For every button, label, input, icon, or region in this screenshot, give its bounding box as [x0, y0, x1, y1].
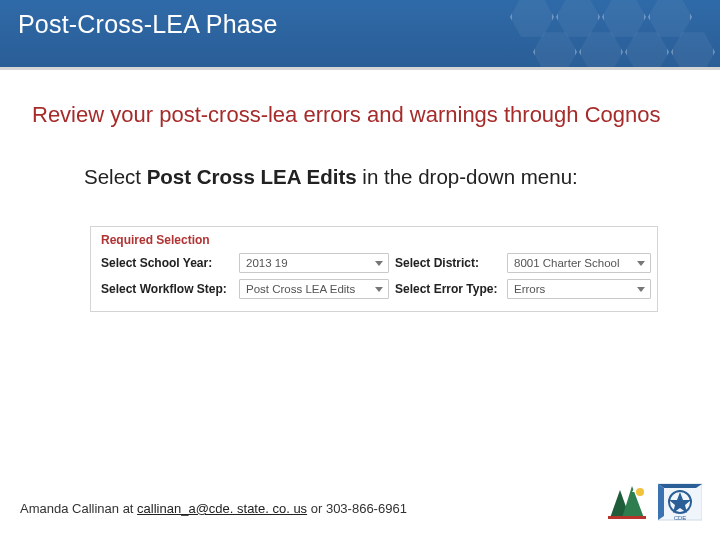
panel-grid: Select School Year: 2013 19 Select Distr…	[101, 253, 647, 299]
subtitle: Review your post-cross-lea errors and wa…	[32, 102, 661, 128]
select-school-year[interactable]: 2013 19	[239, 253, 389, 273]
honeycomb-decoration	[500, 0, 720, 70]
footer-or: or	[307, 501, 326, 516]
cde-logo-icon: CDE	[658, 482, 702, 526]
footer-logos: CDE	[606, 482, 702, 526]
footer-contact: Amanda Callinan at callinan_a@cde. state…	[20, 501, 407, 516]
svg-rect-4	[608, 516, 646, 519]
select-school-year-value: 2013 19	[246, 257, 288, 269]
select-workflow-step-value: Post Cross LEA Edits	[246, 283, 355, 295]
footer-name: Amanda Callinan	[20, 501, 119, 516]
label-error-type: Select Error Type:	[395, 282, 501, 296]
select-district-value: 8001 Charter School	[514, 257, 619, 269]
required-selection-panel: Required Selection Select School Year: 2…	[90, 226, 658, 312]
label-district: Select District:	[395, 256, 501, 270]
svg-point-3	[636, 488, 644, 496]
select-error-type[interactable]: Errors	[507, 279, 651, 299]
instruction-prefix: Select	[84, 165, 147, 188]
footer-phone: 303-866-6961	[326, 501, 407, 516]
footer-at: at	[119, 501, 137, 516]
footer-email-link[interactable]: callinan_a@cde. state. co. us	[137, 501, 307, 516]
instruction-text: Select Post Cross LEA Edits in the drop-…	[84, 165, 578, 189]
instruction-suffix: in the drop-down menu:	[357, 165, 578, 188]
page-title: Post-Cross-LEA Phase	[18, 10, 278, 39]
select-error-type-value: Errors	[514, 283, 545, 295]
header-bar: Post-Cross-LEA Phase	[0, 0, 720, 70]
svg-marker-7	[658, 484, 664, 520]
select-workflow-step[interactable]: Post Cross LEA Edits	[239, 279, 389, 299]
label-workflow-step: Select Workflow Step:	[101, 282, 233, 296]
svg-marker-6	[658, 484, 702, 488]
panel-legend: Required Selection	[101, 233, 647, 247]
colorado-logo-icon	[606, 484, 648, 524]
slide: Post-Cross-LEA Phase Review your post-cr…	[0, 0, 720, 540]
select-district[interactable]: 8001 Charter School	[507, 253, 651, 273]
label-school-year: Select School Year:	[101, 256, 233, 270]
instruction-bold: Post Cross LEA Edits	[147, 165, 357, 188]
cde-logo-label: CDE	[674, 515, 687, 521]
